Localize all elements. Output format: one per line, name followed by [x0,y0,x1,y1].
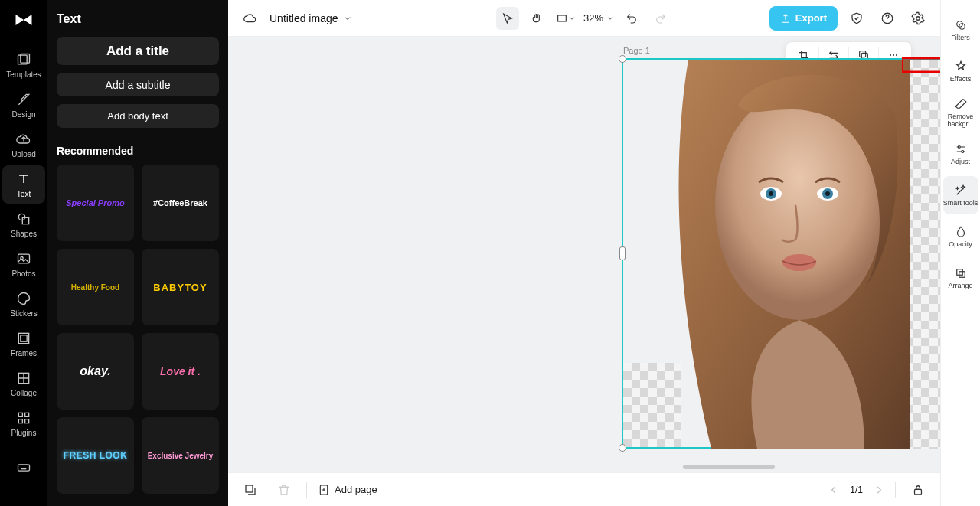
add-page-label: Add page [335,484,377,495]
redo-button[interactable] [649,7,672,30]
rr-label: Effects [950,76,971,83]
cloud-sync-button[interactable] [239,7,262,30]
rr-remove-bg[interactable]: Remove backgr... [943,93,978,132]
separator [306,482,307,498]
rr-opacity[interactable]: Opacity [943,217,978,256]
rail-stickers[interactable]: Stickers [2,285,45,323]
rail-photos[interactable]: Photos [2,245,45,283]
svg-rect-9 [18,413,22,416]
add-title-button[interactable]: Add a title [57,37,219,65]
add-page-button[interactable]: Add page [318,484,377,496]
export-button[interactable]: Export [769,6,838,31]
rail-collage[interactable]: Collage [2,364,45,403]
rr-effects[interactable]: Effects [943,52,978,90]
cursor-tool-button[interactable] [496,7,519,30]
rr-label: Smart tools [943,200,978,207]
right-rail: Filters Effects Remove backgr... Adjust … [940,0,980,506]
topbar-center: 32% [496,7,672,30]
text-preset-card[interactable]: BABYTOY [142,249,219,325]
rail-shapes[interactable]: Shapes [2,205,45,243]
svg-point-2 [18,214,24,220]
rr-label: Opacity [949,241,972,249]
hand-tool-button[interactable] [525,7,548,30]
project-title[interactable]: Untitled image [270,12,352,24]
canvas[interactable]: Page 1 [228,37,940,506]
svg-rect-35 [246,485,253,492]
rail-plugins[interactable]: Plugins [2,404,45,442]
topbar-left: Untitled image [239,7,352,30]
prev-page-button[interactable] [828,485,839,495]
next-page-button[interactable] [874,485,884,495]
text-preset-card[interactable]: Love it . [142,333,219,410]
lock-button[interactable] [906,478,929,501]
text-preset-card[interactable]: okay. [57,333,134,410]
settings-button[interactable] [906,7,929,30]
rr-smart-tools[interactable]: Smart tools [943,176,978,214]
templates-icon [16,52,31,67]
delete-button[interactable] [273,478,296,501]
selected-image[interactable] [622,58,940,449]
zoom-value: 32% [583,12,603,24]
shield-button[interactable] [845,7,868,30]
rail-upload[interactable]: Upload [2,126,45,164]
rail-templates[interactable]: Templates [2,46,45,84]
svg-point-19 [890,54,891,56]
rr-label: Adjust [951,158,970,166]
svg-rect-14 [558,15,567,21]
resize-handle[interactable] [619,246,626,260]
stickers-icon [16,291,31,306]
chevron-down-icon [343,14,352,23]
help-button[interactable] [876,7,899,30]
add-subtitle-button[interactable]: Add a subtitle [57,73,219,96]
app-logo[interactable] [8,5,39,35]
adjust-icon [954,142,968,156]
text-panel: Text Add a title Add a subtitle Add body… [47,0,228,506]
text-preset-card[interactable]: #CoffeeBreak [142,165,219,241]
svg-rect-18 [860,51,866,57]
horizontal-scrollbar[interactable] [683,465,775,469]
collage-icon [16,371,31,386]
resize-handle[interactable] [619,444,626,452]
export-icon [780,13,791,24]
separator [895,482,896,498]
zoom-control[interactable]: 32% [583,12,614,24]
magic-icon [954,184,968,198]
panel-heading: Text [57,12,219,26]
rr-label: Arrange [948,282,972,290]
resize-handle[interactable] [619,55,626,63]
effects-icon [954,60,968,73]
rail-design[interactable]: Design [2,86,45,124]
shapes-icon [16,211,31,227]
text-preset-card[interactable]: Healthy Food [57,249,134,325]
eraser-icon [954,97,968,111]
rail-frames[interactable]: Frames [2,325,45,363]
svg-rect-13 [18,465,30,471]
svg-rect-7 [21,335,27,341]
text-preset-card[interactable]: Special Promo [57,165,134,241]
plugins-icon [16,410,31,426]
layers-button[interactable] [239,478,262,501]
rr-arrange[interactable]: Arrange [943,259,978,297]
upload-icon [16,132,31,147]
text-preset-card[interactable]: Exclusive Jewelry [142,417,219,494]
svg-rect-37 [915,489,922,495]
svg-point-21 [896,54,897,56]
add-body-button[interactable]: Add body text [57,104,219,128]
svg-rect-3 [22,217,28,224]
text-preset-card[interactable]: FRESH LOOK [57,417,134,494]
page-indicator: 1/1 [850,485,863,495]
canvas-size-button[interactable] [554,7,577,30]
rail-keyboard[interactable] [2,449,45,487]
photos-icon [16,251,31,266]
rr-filters[interactable]: Filters [943,11,978,49]
rail-text[interactable]: Text [2,165,45,204]
svg-rect-10 [25,413,29,416]
svg-point-25 [769,191,773,196]
recommended-heading: Recommended [57,145,219,157]
frames-icon [16,331,31,346]
undo-button[interactable] [620,7,643,30]
rr-adjust[interactable]: Adjust [943,135,978,173]
svg-point-20 [893,54,894,56]
svg-point-41 [961,150,963,152]
svg-point-16 [916,16,920,20]
